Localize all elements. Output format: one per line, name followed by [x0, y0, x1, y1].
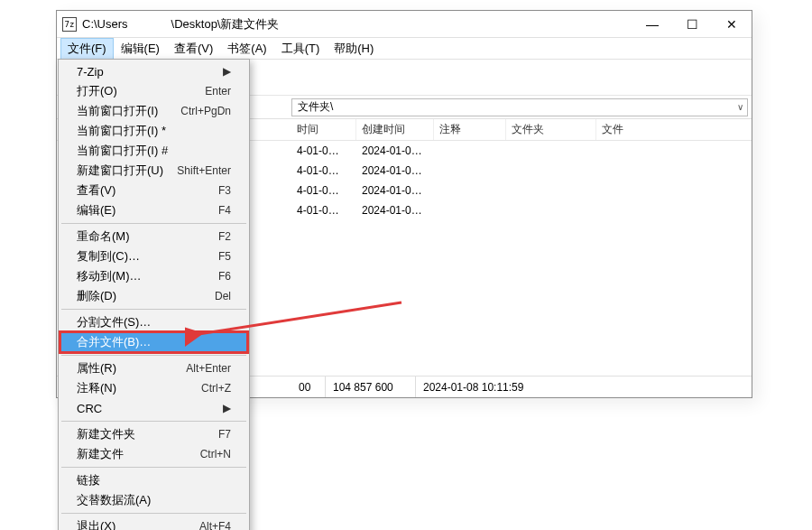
close-button[interactable]: ✕: [712, 11, 752, 37]
menu-item-shortcut: F4: [218, 204, 231, 217]
menu-item-shortcut: Enter: [205, 85, 231, 98]
menu-item-shortcut: Ctrl+Z: [201, 382, 231, 395]
menu-item-shortcut: Shift+Enter: [177, 164, 231, 177]
menu-item-label: 重命名(M): [77, 228, 218, 245]
submenu-arrow-icon: ▶: [223, 402, 231, 414]
menu-item-label: 属性(R): [77, 360, 186, 377]
col-file[interactable]: 文件: [596, 119, 669, 140]
menu-item[interactable]: 打开(O)Enter: [60, 81, 247, 101]
menu-item[interactable]: 属性(R)Alt+Enter: [60, 358, 247, 378]
menu-item-label: 交替数据流(A): [77, 492, 231, 508]
menu-item-shortcut: Alt+Enter: [186, 362, 231, 375]
menu-item[interactable]: 退出(X)Alt+F4: [60, 516, 247, 530]
address-input[interactable]: 文件夹\ ∨: [291, 98, 748, 116]
submenu-arrow-icon: ▶: [223, 65, 231, 78]
maximize-button[interactable]: ☐: [672, 11, 712, 37]
menu-item-label: 新建窗口打开(U): [77, 163, 177, 179]
status-cell-3: 2024-01-08 10:11:59: [416, 377, 752, 397]
menu-item[interactable]: 重命名(M)F2: [60, 227, 247, 246]
title-redacted: [128, 19, 171, 30]
cell-modtime: 4-01-0…: [291, 204, 356, 217]
menu-item[interactable]: 新建文件Ctrl+N: [60, 444, 247, 464]
menu-item-shortcut: F7: [218, 428, 231, 441]
menu-item[interactable]: 7-Zip▶: [60, 61, 247, 81]
menu-separator: [61, 223, 246, 224]
menu-item[interactable]: 合并文件(B)…: [60, 332, 247, 352]
menu-item-label: 查看(V): [77, 182, 218, 199]
menu-item[interactable]: 移动到(M)…F6: [60, 266, 247, 286]
col-folder[interactable]: 文件夹: [506, 119, 596, 140]
menu-item-label: 移动到(M)…: [77, 268, 218, 284]
menu-item[interactable]: 交替数据流(A): [60, 490, 247, 510]
menu-item-shortcut: Del: [215, 290, 231, 302]
menu-item[interactable]: 新建文件夹F7: [60, 424, 247, 444]
cell-modtime: 4-01-0…: [291, 184, 356, 197]
menu-item[interactable]: 链接: [60, 470, 247, 490]
col-ctime[interactable]: 创建时间: [356, 119, 434, 140]
menu-item-label: 链接: [77, 472, 231, 488]
menu-item[interactable]: 当前窗口打开(I) #: [60, 141, 247, 161]
address-text: 文件夹\: [298, 99, 333, 115]
menu-separator: [61, 309, 246, 310]
menu-item-label: CRC: [77, 402, 223, 415]
menu-help[interactable]: 帮助(H): [327, 38, 381, 60]
cell-modtime: 4-01-0…: [291, 164, 356, 177]
menu-item-label: 注释(N): [77, 380, 201, 396]
window-controls: — ☐ ✕: [632, 11, 752, 37]
menu-item[interactable]: 注释(N)Ctrl+Z: [60, 378, 247, 398]
menu-item[interactable]: 分割文件(S)…: [60, 312, 247, 332]
menu-item-label: 当前窗口打开(I): [77, 103, 180, 119]
menu-item[interactable]: 新建窗口打开(U)Shift+Enter: [60, 161, 247, 181]
menu-item-shortcut: Alt+F4: [199, 520, 231, 530]
menu-item-shortcut: F2: [218, 230, 231, 243]
menu-item[interactable]: 查看(V)F3: [60, 181, 247, 200]
cell-modtime: 4-01-0…: [291, 144, 356, 157]
menu-separator: [61, 355, 246, 356]
menu-view[interactable]: 查看(V): [167, 38, 220, 60]
col-comment[interactable]: 注释: [434, 119, 506, 140]
minimize-button[interactable]: —: [632, 11, 672, 37]
cell-ctime: 2024-01-0…: [356, 184, 434, 197]
menu-item[interactable]: 复制到(C)…F5: [60, 246, 247, 266]
menu-item-shortcut: F3: [218, 184, 231, 197]
title-path-prefix: C:\Users: [82, 17, 128, 31]
menu-item-shortcut: F5: [218, 250, 231, 263]
menu-item[interactable]: 当前窗口打开(I) *: [60, 121, 247, 141]
menu-item[interactable]: 编辑(E)F4: [60, 200, 247, 220]
menu-item[interactable]: CRC▶: [60, 398, 247, 418]
menu-item-shortcut: F6: [218, 270, 231, 283]
status-cell-1: 00: [291, 377, 326, 397]
menu-item-shortcut: Ctrl+PgDn: [180, 105, 231, 117]
menu-item-label: 新建文件: [77, 446, 200, 462]
menu-file[interactable]: 文件(F): [60, 38, 114, 60]
menu-tools[interactable]: 工具(T): [274, 38, 328, 60]
menu-item-label: 当前窗口打开(I) #: [77, 143, 231, 159]
menu-item-label: 删除(D): [77, 288, 215, 304]
menu-separator: [61, 467, 246, 468]
app-icon: 7z: [62, 17, 77, 32]
menu-item[interactable]: 当前窗口打开(I)Ctrl+PgDn: [60, 101, 247, 121]
menu-edit[interactable]: 编辑(E): [114, 38, 167, 60]
menu-item-label: 新建文件夹: [77, 426, 218, 442]
address-dropdown-icon[interactable]: ∨: [737, 102, 743, 112]
menu-item-label: 合并文件(B)…: [77, 334, 231, 350]
cell-ctime: 2024-01-0…: [356, 144, 434, 157]
cell-ctime: 2024-01-0…: [356, 204, 434, 217]
menu-bookmarks[interactable]: 书签(A): [220, 38, 273, 60]
menu-item-label: 退出(X): [77, 518, 199, 530]
menu-item[interactable]: 删除(D)Del: [60, 286, 247, 306]
cell-ctime: 2024-01-0…: [356, 164, 434, 177]
menu-separator: [61, 421, 246, 422]
menubar: 文件(F) 编辑(E) 查看(V) 书签(A) 工具(T) 帮助(H): [57, 38, 752, 60]
status-cell-2: 104 857 600: [326, 377, 416, 397]
menu-item-shortcut: Ctrl+N: [200, 448, 231, 460]
file-menu-dropdown: 7-Zip▶打开(O)Enter当前窗口打开(I)Ctrl+PgDn当前窗口打开…: [58, 59, 250, 530]
menu-item-label: 复制到(C)…: [77, 248, 218, 265]
menu-separator: [61, 513, 246, 514]
menu-item-label: 当前窗口打开(I) *: [77, 123, 231, 139]
menu-item-label: 编辑(E): [77, 202, 218, 219]
titlebar: 7z C:\Users \Desktop\新建文件夹 — ☐ ✕: [57, 11, 752, 38]
col-modtime[interactable]: 时间: [291, 119, 356, 140]
menu-item-label: 7-Zip: [77, 65, 223, 79]
menu-item-label: 打开(O): [77, 83, 205, 99]
